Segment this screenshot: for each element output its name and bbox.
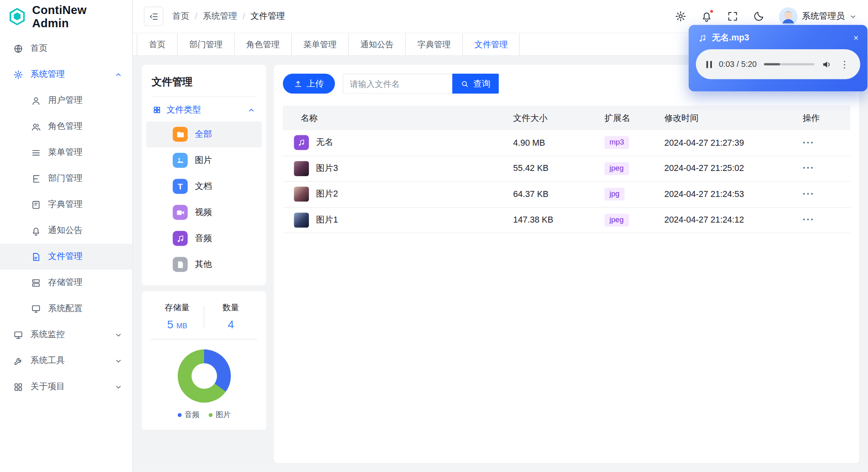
settings-gear-icon[interactable] [675, 10, 687, 22]
image-icon [173, 153, 188, 168]
upload-button[interactable]: 上传 [283, 74, 335, 94]
topbar-actions: 系统管理员 [675, 7, 857, 26]
sidebar-item-label: 角色管理 [48, 121, 82, 133]
sidebar-item-label: 字典管理 [48, 199, 82, 211]
username: 系统管理员 [802, 10, 845, 22]
music-note-icon [698, 34, 707, 42]
fullscreen-icon[interactable] [727, 10, 739, 22]
breadcrumb-home[interactable]: 首页 [172, 10, 189, 22]
tab-menu-mgmt[interactable]: 菜单管理 [292, 33, 349, 55]
file-name[interactable]: 图片3 [316, 163, 338, 174]
sidebar: ContiNew Admin 首页 系统管理 用户管理 角色管理 [0, 0, 133, 472]
file-size: 55.42 KB [504, 163, 595, 173]
sidebar-group-monitor[interactable]: 系统监控 [0, 322, 132, 348]
audio-progress-bar[interactable] [764, 63, 814, 66]
sidebar-group-about[interactable]: 关于项目 [0, 374, 132, 400]
file-type-other[interactable]: 其他 [146, 251, 262, 277]
volume-icon[interactable] [822, 59, 832, 69]
tab-dict-mgmt[interactable]: 字典管理 [406, 33, 463, 55]
image-thumbnail [294, 161, 309, 176]
chevron-up-icon [247, 106, 255, 114]
sidebar-item-dept-mgmt[interactable]: 部门管理 [0, 166, 132, 192]
audio-player-title: 无名.mp3 [712, 32, 749, 44]
sidebar-collapse-button[interactable] [144, 7, 163, 26]
file-type-label: 图片 [195, 155, 212, 166]
storage-icon [31, 278, 41, 288]
chevron-up-icon [114, 70, 122, 78]
count-label: 数量 [204, 302, 257, 313]
tab-notice[interactable]: 通知公告 [349, 33, 405, 55]
sidebar-item-home[interactable]: 首页 [0, 36, 132, 62]
sidebar-item-notice[interactable]: 通知公告 [0, 218, 132, 244]
logo-icon [8, 7, 26, 26]
breadcrumb: 首页 / 系统管理 / 文件管理 [172, 10, 285, 22]
row-actions-button[interactable]: ··· [803, 215, 815, 225]
file-size: 4.90 MB [504, 138, 595, 148]
monitor-icon [31, 304, 41, 314]
tree-icon [31, 174, 41, 184]
tab-file-mgmt[interactable]: 文件管理 [463, 33, 519, 55]
file-type-group-header[interactable]: 文件类型 [150, 97, 257, 121]
file-type-video[interactable]: 视频 [146, 199, 262, 225]
row-actions-button[interactable]: ··· [803, 163, 815, 173]
user-menu[interactable]: 系统管理员 [779, 7, 857, 26]
file-icon [31, 252, 41, 262]
dark-mode-moon-icon[interactable] [753, 10, 765, 22]
logo-text: ContiNew Admin [32, 3, 124, 30]
notification-bell-icon[interactable] [701, 10, 713, 22]
list-icon [31, 148, 41, 158]
file-type-audio[interactable]: 音频 [146, 225, 262, 251]
sidebar-item-user-mgmt[interactable]: 用户管理 [0, 88, 132, 114]
breadcrumb-separator: / [243, 11, 245, 21]
content: 文件管理 文件类型 全部 图片 [133, 56, 868, 472]
row-actions-button[interactable]: ··· [803, 137, 815, 148]
file-type-card: 文件管理 文件类型 全部 图片 [142, 65, 266, 285]
sidebar-item-file-mgmt[interactable]: 文件管理 [0, 244, 132, 270]
sidebar-item-system-config[interactable]: 系统配置 [0, 296, 132, 322]
file-modified: 2024-04-27 21:27:39 [656, 138, 794, 148]
audio-menu-icon[interactable]: ⋮ [839, 58, 850, 70]
tab-home[interactable]: 首页 [137, 33, 178, 55]
user-icon [31, 96, 41, 106]
storage-stat: 存储量 5 MB [150, 302, 204, 331]
logo[interactable]: ContiNew Admin [0, 0, 132, 33]
column-ext: 扩展名 [595, 112, 655, 124]
close-icon[interactable]: × [852, 34, 860, 42]
horizontal-divider [150, 339, 257, 339]
audio-controls: 0:03 / 5:20 ⋮ [696, 49, 860, 79]
pause-button[interactable] [706, 60, 712, 68]
file-type-all[interactable]: 全部 [146, 121, 262, 147]
apps-grid-icon [153, 106, 161, 114]
sidebar-group-label: 系统工具 [30, 355, 107, 367]
column-name: 名称 [283, 112, 504, 124]
file-type-image[interactable]: 图片 [146, 147, 262, 173]
chevron-down-icon [849, 12, 857, 20]
file-modified: 2024-04-27 21:24:53 [656, 189, 794, 199]
file-size: 147.38 KB [504, 215, 595, 225]
bell-icon [31, 226, 41, 236]
storage-value: 5 [167, 318, 173, 330]
tab-role-mgmt[interactable]: 角色管理 [235, 33, 292, 55]
filename-search-input[interactable] [343, 74, 452, 94]
sidebar-item-menu-mgmt[interactable]: 菜单管理 [0, 140, 132, 166]
file-type-document[interactable]: T 文档 [146, 173, 262, 199]
stats-row: 存储量 5 MB 数量 4 [150, 300, 257, 339]
sidebar-item-storage-mgmt[interactable]: 存储管理 [0, 270, 132, 296]
breadcrumb-system[interactable]: 系统管理 [203, 10, 237, 22]
sidebar-group-tools[interactable]: 系统工具 [0, 348, 132, 374]
file-name[interactable]: 图片2 [316, 189, 338, 200]
row-actions-button[interactable]: ··· [803, 189, 815, 199]
sidebar-item-role-mgmt[interactable]: 角色管理 [0, 114, 132, 140]
column-size: 文件大小 [504, 112, 595, 124]
table-row: 图片2 64.37 KB jpg 2024-04-27 21:24:53 ··· [283, 182, 850, 207]
column-modified: 修改时间 [656, 112, 794, 124]
file-name[interactable]: 图片1 [316, 214, 338, 226]
sidebar-item-dict-mgmt[interactable]: 字典管理 [0, 192, 132, 218]
sidebar-group-system[interactable]: 系统管理 [0, 62, 132, 88]
file-name[interactable]: 无名 [316, 137, 333, 149]
file-table: 名称 文件大小 扩展名 修改时间 操作 无名 4.90 MB mp3 202 [283, 106, 850, 233]
tab-dept-mgmt[interactable]: 部门管理 [178, 33, 235, 55]
count-stat: 数量 4 [204, 302, 257, 331]
query-button[interactable]: 查询 [452, 74, 499, 94]
file-type-label: 视频 [195, 207, 212, 218]
